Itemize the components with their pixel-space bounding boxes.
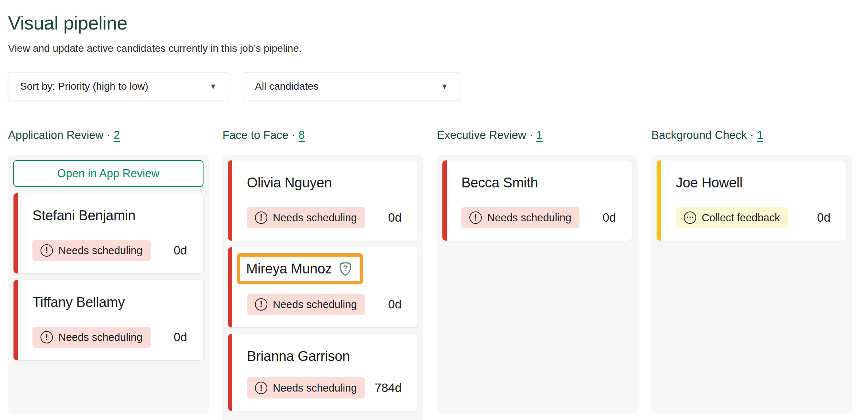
- stage-header-background-check: Background Check · 1: [651, 129, 852, 142]
- priority-stripe-red: [13, 280, 18, 360]
- candidate-card[interactable]: Tiffany Bellamy Needs scheduling 0d: [13, 280, 204, 361]
- priority-stripe-red: [13, 193, 18, 273]
- days-in-stage: 0d: [817, 211, 830, 225]
- shield-question-icon[interactable]: ?: [337, 260, 354, 277]
- stage-headers: Application Review · 2 Face to Face · 8 …: [8, 129, 852, 142]
- status-badge: Needs scheduling: [247, 294, 365, 315]
- status-badge: Needs scheduling: [32, 327, 151, 348]
- days-in-stage: 0d: [388, 298, 402, 311]
- stage-count-link[interactable]: 1: [757, 129, 763, 141]
- candidate-card[interactable]: Becca Smith Needs scheduling 0d: [442, 160, 632, 241]
- days-in-stage: 0d: [174, 244, 187, 257]
- status-label: Collect feedback: [702, 212, 780, 224]
- status-label: Needs scheduling: [273, 382, 357, 394]
- card-status-row: Needs scheduling 0d: [461, 207, 616, 228]
- stage-count-link[interactable]: 1: [536, 129, 542, 141]
- chevron-down-icon: ▼: [209, 82, 217, 91]
- alert-circle-icon: [255, 382, 267, 394]
- alert-circle-icon: [255, 298, 267, 311]
- candidate-filter-value: All candidates: [255, 81, 318, 92]
- stage-name: Face to Face: [222, 129, 288, 141]
- candidate-name: Joe Howell: [676, 175, 830, 191]
- candidate-card-highlighted[interactable]: Mireya Munoz ? Needs scheduling 0d: [228, 247, 418, 328]
- stage-name: Executive Review: [437, 129, 526, 141]
- alert-circle-icon: [40, 244, 53, 257]
- page-subtitle: View and update active candidates curren…: [8, 42, 852, 55]
- priority-stripe-yellow: [657, 160, 661, 241]
- stage-column-face-to-face: Olivia Nguyen Needs scheduling 0d Mireya…: [222, 155, 423, 420]
- status-label: Needs scheduling: [487, 212, 571, 224]
- stage-count-link[interactable]: 2: [114, 129, 120, 141]
- candidate-name: Mireya Munoz: [246, 261, 332, 277]
- days-in-stage: 784d: [375, 381, 402, 395]
- open-in-app-review-button[interactable]: Open in App Review: [13, 160, 204, 187]
- stage-column-executive-review: Becca Smith Needs scheduling 0d: [437, 155, 638, 413]
- priority-stripe-red: [228, 247, 232, 327]
- pipeline-board: Open in App Review Stefani Benjamin Need…: [8, 155, 852, 420]
- candidate-name: Brianna Garrison: [247, 349, 402, 364]
- alert-circle-icon: [255, 211, 267, 224]
- visual-pipeline-page: Visual pipeline View and update active c…: [0, 12, 868, 420]
- days-in-stage: 0d: [174, 330, 187, 344]
- priority-stripe-red: [228, 334, 232, 411]
- stage-name: Application Review: [8, 129, 104, 141]
- stage-header-face-to-face: Face to Face · 8: [222, 129, 423, 142]
- status-label: Needs scheduling: [273, 299, 357, 311]
- separator: ·: [529, 129, 533, 141]
- card-status-row: Needs scheduling 784d: [247, 377, 402, 398]
- candidate-name: Stefani Benjamin: [32, 208, 187, 223]
- days-in-stage: 0d: [388, 211, 402, 225]
- status-label: Needs scheduling: [58, 245, 143, 257]
- days-in-stage: 0d: [602, 211, 616, 225]
- candidate-card[interactable]: Stefani Benjamin Needs scheduling 0d: [13, 193, 204, 274]
- priority-stripe-red: [228, 160, 232, 241]
- candidate-name: Becca Smith: [461, 175, 616, 191]
- page-title: Visual pipeline: [8, 12, 852, 34]
- separator: ·: [292, 129, 295, 141]
- highlight-annotation-box: Mireya Munoz ?: [237, 253, 363, 284]
- alert-circle-icon: [40, 331, 53, 343]
- sort-by-value: Sort by: Priority (high to low): [20, 81, 148, 92]
- stage-header-executive-review: Executive Review · 1: [437, 129, 638, 142]
- separator: ·: [750, 129, 754, 141]
- priority-stripe-red: [442, 160, 447, 241]
- candidate-filter-dropdown[interactable]: All candidates ▼: [243, 73, 460, 100]
- stage-name: Background Check: [651, 129, 747, 141]
- stage-column-background-check: Joe Howell Collect feedback 0d: [651, 155, 852, 413]
- card-status-row: Needs scheduling 0d: [32, 240, 187, 261]
- status-badge: Needs scheduling: [247, 207, 365, 228]
- status-badge: Needs scheduling: [247, 377, 365, 398]
- card-status-row: Needs scheduling 0d: [247, 207, 402, 228]
- stage-column-application-review: Open in App Review Stefani Benjamin Need…: [8, 155, 209, 413]
- status-badge: Collect feedback: [676, 207, 788, 228]
- candidate-card[interactable]: Joe Howell Collect feedback 0d: [656, 160, 847, 241]
- status-badge: Needs scheduling: [461, 207, 580, 228]
- status-label: Needs scheduling: [273, 212, 357, 224]
- sort-by-dropdown[interactable]: Sort by: Priority (high to low) ▼: [8, 73, 229, 100]
- separator: ·: [107, 129, 111, 141]
- chevron-down-icon: ▼: [441, 82, 448, 91]
- card-status-row: Collect feedback 0d: [676, 207, 830, 228]
- svg-text:?: ?: [343, 264, 348, 273]
- candidate-card[interactable]: Olivia Nguyen Needs scheduling 0d: [228, 160, 418, 241]
- stage-header-application-review: Application Review · 2: [8, 129, 209, 142]
- card-status-row: Needs scheduling 0d: [32, 327, 187, 348]
- candidate-name: Olivia Nguyen: [247, 175, 402, 191]
- status-label: Needs scheduling: [58, 331, 143, 343]
- card-status-row: Needs scheduling 0d: [247, 294, 402, 315]
- filter-bar: Sort by: Priority (high to low) ▼ All ca…: [8, 73, 852, 100]
- ellipsis-circle-icon: [684, 211, 696, 224]
- candidate-card[interactable]: Brianna Garrison Needs scheduling 784d: [228, 334, 418, 411]
- alert-circle-icon: [469, 211, 482, 224]
- stage-count-link[interactable]: 8: [299, 129, 305, 141]
- candidate-name: Tiffany Bellamy: [32, 295, 187, 310]
- status-badge: Needs scheduling: [32, 240, 151, 261]
